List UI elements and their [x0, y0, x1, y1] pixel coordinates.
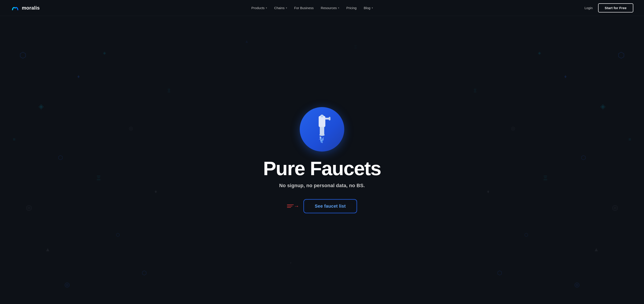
bg-icon-r1: ⬡: [618, 50, 624, 60]
arrow-indicator: →: [287, 203, 299, 209]
blog-chevron-icon: ▾: [372, 7, 373, 9]
bg-icon-r15: Ξ: [474, 88, 477, 93]
bg-icon-r9: ≡: [628, 137, 631, 142]
nav-links: Products ▾ Chains ▾ For Business Resourc…: [251, 6, 373, 10]
arrow-lines: [287, 204, 294, 208]
bg-icon-13: ◎: [64, 281, 70, 288]
bg-icon-r5: ♦: [564, 74, 567, 79]
bg-icon-8: ≡: [13, 137, 16, 142]
bg-icon-r12: ◈: [538, 50, 541, 55]
bg-icon-c3: Ξ: [354, 45, 357, 49]
bg-icon-5: Ξ: [97, 174, 101, 182]
svg-point-14: [321, 116, 323, 117]
see-faucet-list-button[interactable]: See faucet list: [304, 199, 357, 213]
bg-icon-1: ⬡: [20, 50, 26, 60]
login-link[interactable]: Login: [584, 6, 593, 10]
bg-icon-r8: ⬡: [524, 232, 528, 237]
nav-actions: Login Start for Free: [584, 3, 633, 12]
start-for-free-button[interactable]: Start for Free: [598, 3, 633, 12]
hero-title: Pure Faucets: [263, 159, 381, 178]
nav-chains[interactable]: Chains ▾: [274, 6, 287, 10]
bg-icon-r4: ◎: [612, 203, 618, 212]
products-chevron-icon: ▾: [266, 7, 267, 9]
bg-icon-r14: ◎: [574, 281, 580, 288]
bg-icon-r2: ◈: [600, 102, 606, 110]
bg-icon-2: ◈: [38, 102, 44, 110]
bg-icon-14: Ξ: [167, 88, 170, 93]
faucet-circle: [300, 107, 344, 152]
bg-icon-r7: ▲: [594, 246, 599, 253]
hero-subtitle: No signup, no personal data, no BS.: [263, 183, 381, 188]
bg-icon-9: ◎: [129, 126, 133, 131]
chains-chevron-icon: ▾: [286, 7, 287, 9]
bg-icon-12: ♦: [155, 189, 157, 194]
arrow-line-2: [287, 206, 292, 206]
faucet-illustration: [300, 107, 344, 152]
bg-icon-7: ⬡: [116, 232, 120, 237]
bg-icon-10: ⬡: [142, 270, 147, 276]
arrow-line-1: [287, 204, 294, 205]
bg-icon-eth-1: ⬡: [58, 154, 63, 161]
resources-chevron-icon: ▾: [338, 7, 339, 9]
bg-icon-r3: ⬡: [581, 154, 586, 161]
bg-icon-r11: ⬡: [497, 270, 502, 276]
hero-content: Pure Faucets No signup, no personal data…: [263, 159, 381, 199]
svg-rect-1: [320, 126, 324, 135]
arrow-line-3: [287, 207, 291, 208]
nav-pricing[interactable]: Pricing: [346, 6, 356, 10]
bg-icon-4: ♦: [77, 74, 80, 79]
bg-icon-6: ▲: [45, 246, 50, 253]
bg-icon-r10: ◎: [511, 126, 515, 131]
bg-icon-r13: ♦: [487, 189, 489, 194]
nav-for-business[interactable]: For Business: [294, 6, 314, 10]
bg-icon-c1: ▲: [245, 39, 249, 44]
bg-icon-r6: Ξ: [543, 174, 547, 182]
svg-rect-12: [329, 117, 330, 120]
moralis-logo-icon: [11, 3, 20, 12]
svg-point-2: [319, 134, 325, 136]
nav-resources[interactable]: Resources ▾: [321, 6, 340, 10]
svg-point-8: [320, 140, 322, 141]
hero-cta-wrapper: → See faucet list: [287, 199, 357, 213]
svg-point-10: [319, 139, 320, 140]
nav-products[interactable]: Products ▾: [251, 6, 267, 10]
svg-point-9: [322, 142, 323, 143]
svg-point-7: [323, 137, 324, 138]
bg-icon-3: ◎: [26, 203, 32, 212]
logo-link[interactable]: moralis: [11, 3, 40, 12]
faucet-svg: [306, 112, 338, 147]
bg-icon-11: ◈: [103, 50, 106, 55]
arrow-head-icon: →: [294, 203, 299, 209]
svg-point-6: [320, 137, 321, 138]
hero-section: ⬡ ◈ ⬡ ◎ ♦ Ξ ▲ ⬡ ≡ ◎ ⬡ ◈ ♦ ◎ Ξ ⬡ ◈ ⬡ ◎ ♦ …: [0, 16, 644, 304]
bg-icon-c2: ♦: [290, 261, 292, 265]
nav-blog[interactable]: Blog ▾: [364, 6, 373, 10]
logo-text: moralis: [22, 5, 40, 11]
navbar: moralis Products ▾ Chains ▾ For Business…: [0, 0, 644, 16]
